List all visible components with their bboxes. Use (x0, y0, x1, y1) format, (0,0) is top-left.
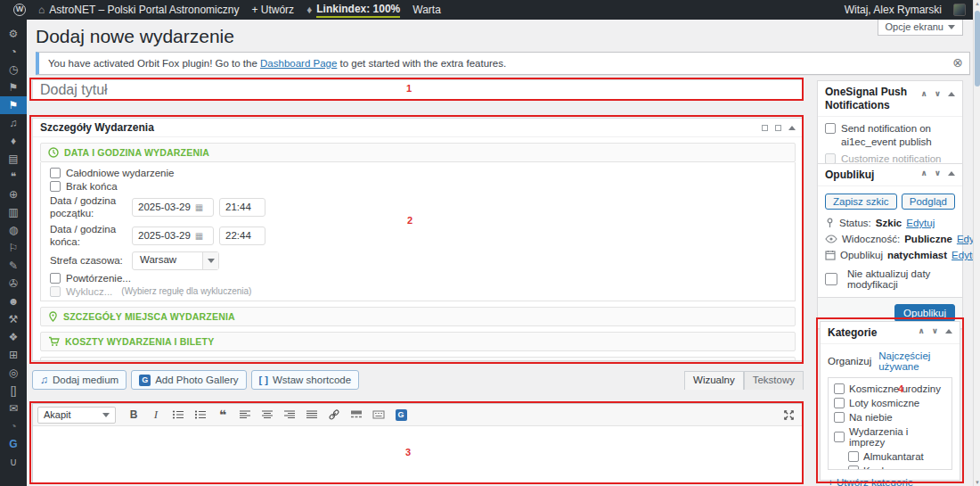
insert-shortcode-button[interactable]: [ ] Wstaw shortcode (251, 370, 360, 390)
mail-icon[interactable]: ✉ (0, 400, 27, 417)
droplet-icon[interactable]: ♦ (0, 132, 27, 150)
section-cost-header[interactable]: KOSZTY WYDARZENIA I BILETY (40, 332, 796, 351)
avatar[interactable] (953, 4, 966, 16)
settings-gear-icon[interactable]: ⚙ (0, 25, 27, 43)
collapse-icon[interactable] (948, 92, 955, 96)
publish-header[interactable]: Opublikuj ∧ ∨ (818, 164, 962, 186)
category-checkbox[interactable] (834, 412, 845, 423)
tab-visual[interactable]: Wizualny (684, 371, 744, 390)
forms-icon[interactable]: ▥ (0, 203, 27, 221)
save-draft-button[interactable]: Zapisz szkic (825, 194, 897, 210)
section-datetime-header[interactable]: DATA I GODZINA WYDARZENIA (40, 143, 796, 162)
move-up-icon[interactable]: ∧ (918, 326, 924, 336)
all-day-checkbox[interactable] (50, 168, 61, 178)
bold-button[interactable]: B (124, 407, 143, 424)
edit-status-link[interactable]: Edytuj (906, 218, 935, 228)
no-end-checkbox[interactable] (50, 181, 61, 192)
read-more-button[interactable] (347, 407, 366, 424)
collapse-icon[interactable] (788, 126, 796, 130)
send-notification-checkbox[interactable] (825, 123, 836, 134)
plus-circle-icon[interactable]: ⊕ (0, 185, 27, 203)
page-scrollbar[interactable]: ▲ ▼ (973, 0, 980, 486)
scrollbar-thumb[interactable] (975, 11, 980, 86)
scroll-down-icon[interactable]: ▼ (974, 480, 980, 485)
paragraph-format-select[interactable]: Akapit (37, 407, 116, 424)
align-left-button[interactable] (235, 407, 255, 424)
dismiss-notice-icon[interactable]: ⊗ (952, 56, 963, 69)
no-update-date-checkbox[interactable] (825, 273, 837, 285)
insert-link-button[interactable] (324, 407, 344, 424)
toolbar-toggle-button[interactable] (369, 407, 388, 424)
timezone-select[interactable]: Warsaw (132, 251, 219, 270)
collapse-icon[interactable] (948, 171, 955, 176)
pages-icon[interactable]: ▤ (0, 150, 27, 168)
flag-icon[interactable]: ⚐ (0, 239, 27, 257)
warta-menu[interactable]: Warta (406, 0, 447, 20)
onesignal-header[interactable]: OneSignal Push Notifications ∧ ∨ (818, 81, 962, 117)
plugins-icon[interactable]: ✇ (0, 275, 27, 292)
align-right-button[interactable] (280, 407, 299, 424)
media-icon[interactable]: ♫ (0, 114, 27, 132)
end-time-input[interactable]: 22:44 (219, 227, 265, 245)
history-clock-icon[interactable]: ◷ (0, 61, 27, 78)
event-title-input[interactable] (32, 79, 804, 100)
new-content-menu[interactable]: + Utwórz (245, 0, 300, 20)
gallery-g-icon[interactable]: G (0, 435, 27, 453)
metabox-header[interactable]: Szczegóły Wydarzenia (33, 119, 803, 137)
move-down-icon[interactable]: ∨ (935, 89, 941, 99)
gallery-toolbar-button[interactable]: G (391, 407, 411, 424)
tab-text[interactable]: Tekstowy (744, 371, 804, 390)
dashboard-icon[interactable]: ◔ (0, 43, 27, 61)
italic-button[interactable]: I (146, 407, 166, 424)
section-contact-header[interactable]: KONTAKT DO ORGANIZATORA (40, 357, 796, 362)
updraft-icon[interactable]: ∪ (0, 453, 27, 471)
tools-wrench-icon[interactable]: ⚒ (0, 310, 27, 328)
wordpress-logo-menu[interactable]: W (7, 0, 32, 20)
section-location-header[interactable]: SZCZEGÓŁY MIEJSCA WYDARZENIA (40, 307, 796, 326)
repeat-checkbox[interactable] (50, 273, 61, 284)
account-menu[interactable]: Witaj, Alex Rymarski (838, 0, 948, 20)
editor-canvas[interactable] (33, 426, 803, 483)
stats-pie-icon[interactable]: ◔ (0, 417, 27, 435)
add-media-button[interactable]: ♫ Dodaj medium (32, 370, 127, 390)
end-date-input[interactable]: 2025-03-29 ▦ (132, 227, 214, 245)
move-down-icon[interactable]: ∨ (932, 326, 938, 336)
category-checkbox[interactable] (834, 398, 845, 408)
blockquote-button[interactable]: ❝ (213, 407, 233, 424)
move-up-icon[interactable]: ∧ (920, 169, 927, 178)
events-pin-icon[interactable]: ⚑ (0, 96, 27, 114)
window-icon[interactable] (762, 125, 768, 131)
comments-icon[interactable]: ❝ (0, 168, 27, 185)
publish-button[interactable]: Opublikuj (894, 304, 955, 322)
tab-most-used[interactable]: Najczęściej używane (878, 350, 952, 372)
start-date-input[interactable]: 2025-03-29 ▦ (132, 198, 214, 217)
linkindex-menu[interactable]: ♦ Linkindex: 100% (300, 0, 406, 20)
justify-button[interactable] (302, 407, 322, 424)
preview-button[interactable]: Podgląd (902, 194, 955, 210)
window-icon[interactable] (775, 125, 781, 131)
start-time-input[interactable]: 21:44 (219, 198, 265, 217)
move-up-icon[interactable]: ∧ (920, 89, 927, 99)
align-center-button[interactable] (257, 407, 277, 424)
screen-options-button[interactable]: Opcje ekranu (878, 20, 963, 36)
appearance-brush-icon[interactable]: ✎ (0, 257, 27, 275)
category-checkbox[interactable] (834, 432, 845, 442)
pin-icon[interactable]: ⚑ (0, 78, 27, 96)
add-photo-gallery-button[interactable]: G Add Photo Gallery (131, 370, 246, 390)
category-checkbox[interactable] (848, 465, 859, 470)
users-icon[interactable]: ☻ (0, 292, 27, 310)
categories-header[interactable]: Kategorie ∧ ∨ (821, 322, 960, 344)
fullscreen-button[interactable] (779, 407, 798, 424)
site-menu[interactable]: ⌂ AstroNET – Polski Portal Astronomiczny (32, 0, 245, 20)
numbered-list-button[interactable] (191, 407, 210, 424)
dashboard-page-link[interactable]: Dashboard Page (260, 58, 337, 69)
disc-icon[interactable]: ◍ (0, 221, 27, 239)
category-checkbox[interactable] (848, 451, 859, 462)
image-add-icon[interactable]: ⊞ (0, 346, 27, 364)
shortcode-brackets-icon[interactable]: [] (0, 382, 27, 400)
move-down-icon[interactable]: ∨ (935, 169, 941, 178)
add-category-link[interactable]: + Utwórz kategorię (828, 477, 913, 486)
seo-icon[interactable]: ◎ (0, 364, 27, 382)
scroll-up-icon[interactable]: ▲ (974, 1, 980, 6)
orbit-fox-icon[interactable]: ❖ (0, 328, 27, 346)
